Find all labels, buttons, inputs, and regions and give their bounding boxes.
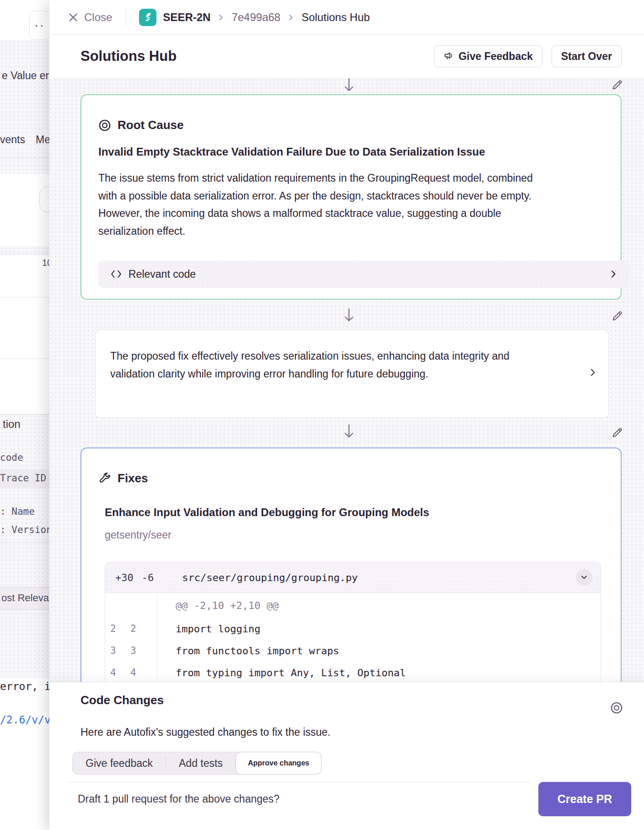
panel-header: Solutions Hub Give Feedback Start Over — [49, 35, 644, 78]
root-cause-card: Root Cause Invalid Empty Stacktrace Vali… — [80, 94, 622, 300]
diff-file-path: src/seer/grouping/grouping.py — [182, 572, 358, 583]
edit-step-button[interactable] — [611, 426, 624, 439]
new-line-number: 4 — [125, 667, 145, 678]
draft-question: Draft 1 pull request for the above chang… — [78, 793, 279, 805]
chevron-right-icon — [287, 13, 295, 22]
root-cause-title: Root Cause — [118, 118, 183, 132]
code-changes-title: Code Changes — [80, 693, 164, 707]
target-icon[interactable] — [610, 701, 623, 714]
background-page: ·· e Value er vents Me 10 tion code Trac… — [0, 0, 49, 830]
down-arrow-icon — [342, 308, 356, 324]
diff-line: 22 import logging — [105, 618, 601, 640]
close-button[interactable]: Close — [68, 11, 112, 24]
give-feedback-label: Give Feedback — [458, 50, 532, 63]
code-changes-subtitle: Here are Autofix's suggested changes to … — [80, 726, 331, 738]
seer-icon — [139, 9, 156, 26]
old-line-number: 2 — [105, 623, 125, 634]
fixes-card: Fixes Enhance Input Validation and Debug… — [80, 447, 622, 682]
diff-deletions: -6 — [142, 572, 154, 583]
fix-repo: getsentry/seer — [105, 529, 172, 541]
relevant-code-label: Relevant code — [129, 268, 196, 280]
screen: ·· e Value er vents Me 10 tion code Trac… — [0, 0, 644, 830]
chevron-down-icon — [580, 573, 588, 582]
bg-tab-me[interactable]: Me — [36, 134, 49, 146]
give-feedback-segment[interactable]: Give feedback — [73, 757, 166, 770]
give-feedback-button[interactable]: Give Feedback — [434, 45, 542, 67]
add-tests-segment[interactable]: Add tests — [166, 757, 236, 770]
approve-changes-segment[interactable]: Approve changes — [236, 752, 322, 775]
code-icon — [110, 269, 122, 279]
footer-divider — [68, 782, 531, 782]
edit-step-button[interactable] — [611, 309, 624, 323]
background-texture — [0, 40, 49, 174]
autofix-steps: Root Cause Invalid Empty Stacktrace Vali… — [49, 78, 644, 682]
fix-heading: Enhance Input Validation and Debugging f… — [105, 506, 429, 519]
chevron-right-icon — [609, 269, 618, 279]
background-texture — [0, 246, 49, 254]
diff-line: 33 from functools import wraps — [105, 640, 601, 662]
bg-fragment-tion: tion — [3, 418, 21, 431]
new-line-number: 2 — [125, 623, 145, 634]
more-options-button[interactable]: ·· — [29, 11, 49, 40]
diff-additions: +30 — [115, 572, 134, 583]
insight-card[interactable]: The proposed fix effectively resolves se… — [95, 329, 609, 418]
create-pr-button[interactable]: Create PR — [538, 782, 631, 816]
diff-box: +30 -6 src/seer/grouping/grouping.py @@ … — [105, 562, 601, 682]
chevron-right-icon — [588, 368, 597, 377]
bg-fragment-version: : Version — [0, 524, 49, 535]
bg-doc-link[interactable]: /2.6/v/va — [0, 714, 49, 726]
diff-collapse-button[interactable] — [576, 569, 592, 586]
bg-fragment-trace-id: Trace ID — [0, 473, 46, 484]
solutions-hub-drawer: Close SEER-2N 7e499a68 Solutions Hub Sol… — [49, 0, 644, 830]
changes-action-group: Give feedback Add tests Approve changes — [72, 752, 322, 775]
diff-code: import logging — [157, 623, 260, 635]
root-cause-heading: Invalid Empty Stacktrace Validation Fail… — [98, 146, 485, 158]
insight-text: The proposed fix effectively resolves se… — [110, 347, 513, 383]
more-options-label: ·· — [34, 18, 45, 32]
fixes-title: Fixes — [118, 471, 148, 485]
target-icon — [98, 119, 111, 132]
diff-code: from functools import wraps — [157, 645, 339, 657]
edit-step-button[interactable] — [611, 78, 624, 92]
down-arrow-icon — [342, 78, 356, 94]
code-changes-panel: Code Changes Here are Autofix's suggeste… — [49, 682, 644, 830]
bg-search-input[interactable] — [39, 187, 49, 212]
breadcrumb-run-id[interactable]: 7e499a68 — [231, 11, 280, 24]
bg-fragment-name: : Name — [0, 506, 35, 517]
bg-fragment-value: e Value er — [2, 70, 49, 82]
start-over-button[interactable]: Start Over — [552, 45, 622, 67]
page-title: Solutions Hub — [80, 48, 177, 65]
diff-code: from typing import Any, List, Optional — [157, 667, 406, 679]
close-label: Close — [84, 11, 112, 24]
chevron-right-icon — [217, 13, 225, 22]
old-line-number: 4 — [105, 667, 125, 678]
bg-most-relevant-label: ost Relevan — [1, 592, 49, 604]
topbar-divider — [126, 9, 126, 26]
megaphone-icon — [444, 51, 454, 61]
old-line-number: 3 — [105, 645, 125, 656]
bg-tab-events[interactable]: vents — [0, 134, 25, 146]
approve-changes-label: Approve changes — [248, 759, 309, 767]
bg-fragment-error: error, in — [0, 680, 49, 692]
diff-hunk-row: @@ -2,10 +2,10 @@ — [105, 593, 601, 618]
bg-fragment-code: code — [0, 452, 23, 463]
bg-axis-label: 10 — [42, 258, 49, 268]
down-arrow-icon — [342, 424, 356, 441]
root-cause-body: The issue stems from strict validation r… — [98, 169, 535, 240]
create-pr-label: Create PR — [558, 792, 612, 806]
wrench-icon — [98, 472, 111, 485]
diff-line: 44 from typing import Any, List, Optiona… — [105, 662, 601, 682]
new-line-number: 3 — [125, 645, 145, 656]
close-icon — [68, 12, 79, 23]
breadcrumb-current: Solutions Hub — [301, 11, 370, 24]
breadcrumb-project[interactable]: SEER-2N — [163, 11, 210, 24]
top-bar: Close SEER-2N 7e499a68 Solutions Hub — [49, 0, 644, 35]
diff-hunk: @@ -2,10 +2,10 @@ — [157, 600, 279, 611]
start-over-label: Start Over — [561, 50, 612, 63]
relevant-code-row[interactable]: Relevant code — [98, 260, 630, 288]
diff-header[interactable]: +30 -6 src/seer/grouping/grouping.py — [105, 562, 601, 593]
